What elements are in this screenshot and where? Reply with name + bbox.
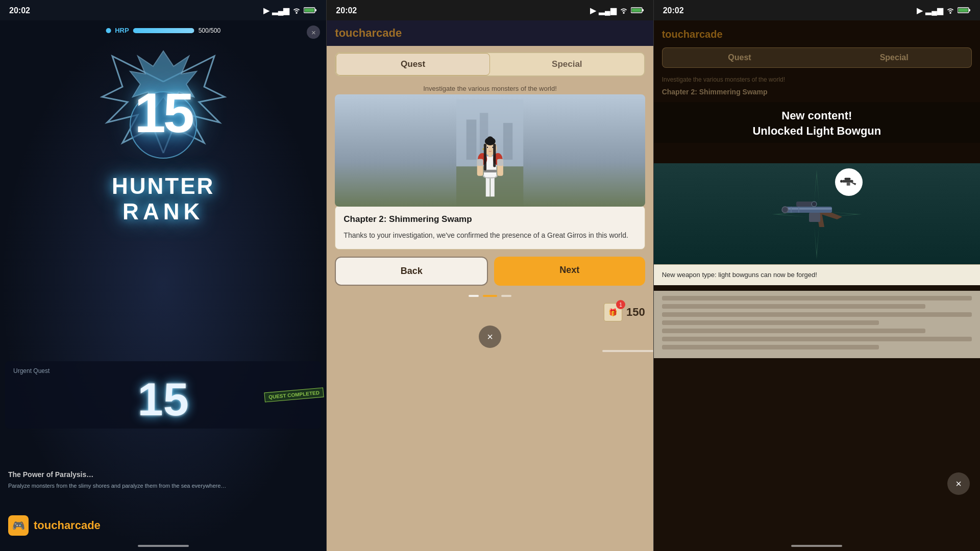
quest-title: The Power of Paralysis… bbox=[8, 470, 318, 479]
app-header-2: toucharcade bbox=[327, 20, 653, 46]
quest-body: Paralyze monsters from the slimy shores … bbox=[8, 482, 318, 490]
dialog-buttons: Back Next bbox=[335, 257, 645, 286]
progress-dot-3 bbox=[501, 295, 511, 297]
status-icons-1: ▶ ▂▄▆ bbox=[263, 6, 317, 15]
location-icon-3: ▶ bbox=[917, 6, 923, 15]
reward-badge: 1 bbox=[616, 300, 625, 309]
reward-bar: 🎁 1 150 bbox=[327, 301, 653, 323]
overlay-text-1: Investigate the various monsters of the … bbox=[662, 76, 972, 83]
dimmed-line-2 bbox=[662, 304, 925, 309]
story-card: Chapter 2: Shimmering Swamp Thanks to yo… bbox=[335, 206, 645, 249]
svg-rect-55 bbox=[809, 213, 820, 222]
next-button[interactable]: Next bbox=[494, 257, 645, 286]
close-button-2[interactable]: × bbox=[479, 325, 501, 348]
svg-point-64 bbox=[840, 180, 843, 183]
svg-rect-35 bbox=[969, 9, 970, 11]
svg-rect-8 bbox=[467, 119, 477, 160]
svg-point-22 bbox=[487, 136, 494, 142]
close-button-3[interactable]: × bbox=[947, 472, 970, 495]
svg-rect-6 bbox=[631, 8, 641, 12]
svg-rect-61 bbox=[843, 180, 853, 183]
home-indicator-3 bbox=[791, 545, 842, 547]
panel3-tabs: Quest Special bbox=[662, 47, 972, 68]
svg-rect-54 bbox=[786, 208, 832, 210]
status-icons-3: ▶ ▂▄▆ bbox=[917, 6, 971, 15]
story-chapter: Chapter 2: Shimmering Swamp bbox=[344, 214, 636, 224]
home-indicator-1 bbox=[138, 545, 189, 547]
wifi-icon-2 bbox=[619, 7, 628, 15]
panel-new-content: 20:02 ▶ ▂▄▆ toucharcade Q bbox=[654, 0, 980, 551]
hunter-rank-background: HRP 500/500 × 15 bbox=[0, 20, 326, 551]
location-icon-2: ▶ bbox=[590, 6, 596, 15]
progress-dot-1 bbox=[469, 295, 479, 297]
dimmed-line-3 bbox=[662, 312, 972, 317]
svg-rect-62 bbox=[847, 183, 850, 186]
signal-icon-3: ▂▄▆ bbox=[925, 6, 943, 15]
rank-number: 15 bbox=[134, 80, 191, 145]
hrp-dot bbox=[106, 28, 111, 33]
hrp-fill bbox=[133, 28, 194, 33]
quest-description: The Power of Paralysis… Paralyze monster… bbox=[0, 470, 326, 490]
tab-special-3[interactable]: Special bbox=[817, 48, 971, 67]
panel-hunter-rank: 20:02 ▶ ▂▄▆ HRP bbox=[0, 0, 326, 551]
signal-icon-2: ▂▄▆ bbox=[599, 6, 617, 15]
svg-rect-36 bbox=[958, 8, 968, 12]
hrp-bar: HRP 500/500 bbox=[106, 27, 220, 34]
dimmed-line-6 bbox=[662, 337, 972, 341]
svg-rect-10 bbox=[503, 123, 512, 160]
app-logo-3: toucharcade bbox=[662, 26, 972, 43]
ta-icon: 🎮 bbox=[8, 515, 29, 536]
new-content-subtitle: Unlocked Light Bowgun bbox=[662, 124, 972, 138]
wifi-icon-3 bbox=[946, 7, 955, 15]
tab-quest-2[interactable]: Quest bbox=[336, 53, 490, 76]
svg-point-25 bbox=[487, 146, 488, 148]
battery-icon-1 bbox=[304, 7, 317, 15]
svg-rect-33 bbox=[497, 159, 503, 166]
back-button[interactable]: Back bbox=[335, 257, 488, 286]
panel-quest-dialog: 20:02 ▶ ▂▄▆ toucharcade Q bbox=[327, 0, 653, 551]
svg-rect-28 bbox=[484, 144, 486, 171]
investigate-text: Investigate the various monsters of the … bbox=[327, 83, 653, 94]
svg-rect-63 bbox=[845, 178, 851, 180]
time-2: 20:02 bbox=[336, 6, 357, 15]
panel2-content: toucharcade Quest Special Investigate th… bbox=[327, 20, 653, 551]
svg-point-57 bbox=[812, 202, 817, 207]
dimmed-line-4 bbox=[662, 320, 879, 325]
progress-dots bbox=[327, 291, 653, 301]
bowgun-svg bbox=[781, 189, 852, 240]
panel3-content: toucharcade Quest Special Investigate th… bbox=[654, 20, 980, 551]
app-logo-2: toucharcade bbox=[335, 27, 402, 40]
signal-icon-1: ▂▄▆ bbox=[272, 6, 290, 15]
hrp-text: 500/500 bbox=[199, 27, 220, 34]
title-rank: RANK bbox=[112, 199, 214, 224]
bowgun-icon-bubble bbox=[835, 168, 863, 196]
wifi-icon-1 bbox=[292, 7, 301, 15]
time-1: 20:02 bbox=[9, 6, 30, 15]
hrp-track bbox=[133, 28, 194, 33]
ta-text: toucharcade bbox=[34, 519, 101, 532]
new-content-title: New content! bbox=[662, 109, 972, 122]
status-icons-2: ▶ ▂▄▆ bbox=[590, 6, 644, 15]
dimmed-lines bbox=[654, 291, 980, 358]
overlay-chapter: Chapter 2: Shimmering Swamp bbox=[662, 88, 972, 96]
character-svg bbox=[456, 99, 523, 207]
progress-dot-2 bbox=[483, 295, 497, 297]
weapon-showcase bbox=[654, 163, 980, 265]
tab-special-2[interactable]: Special bbox=[490, 53, 644, 76]
tab-switcher-2: Quest Special bbox=[335, 52, 645, 77]
battery-icon-3 bbox=[958, 7, 971, 15]
tab-quest-3[interactable]: Quest bbox=[663, 48, 817, 67]
toucharcade-logo: 🎮 toucharcade bbox=[8, 515, 101, 536]
reward-count: 150 bbox=[626, 306, 645, 319]
quest-box: Urgent Quest QUEST COMPLETED 15 bbox=[5, 361, 321, 429]
hunter-rank-emblem: 15 bbox=[92, 41, 235, 184]
dimmed-line-5 bbox=[662, 329, 925, 333]
svg-rect-32 bbox=[477, 159, 483, 166]
svg-rect-12 bbox=[486, 177, 490, 196]
location-icon-1: ▶ bbox=[263, 6, 270, 15]
svg-rect-2 bbox=[305, 8, 314, 12]
new-content-banner: New content! Unlocked Light Bowgun bbox=[654, 102, 980, 143]
close-button-hrp[interactable]: × bbox=[307, 26, 320, 39]
home-indicator-2 bbox=[602, 350, 653, 352]
svg-rect-13 bbox=[491, 177, 495, 196]
